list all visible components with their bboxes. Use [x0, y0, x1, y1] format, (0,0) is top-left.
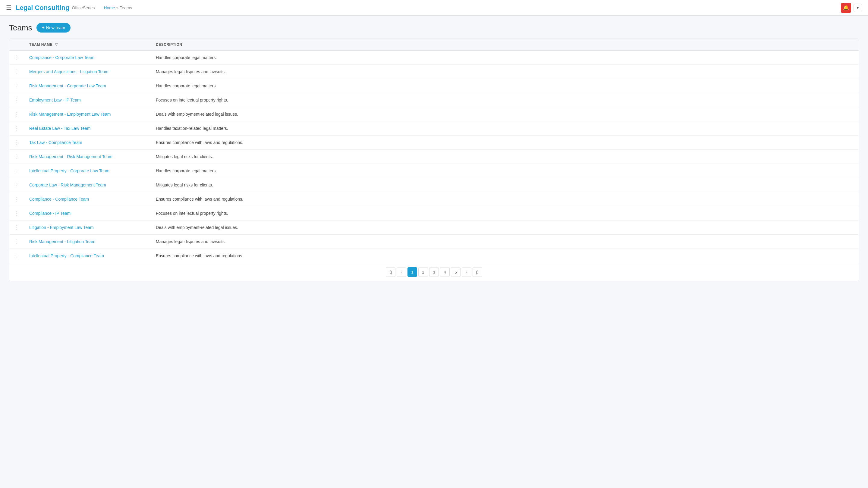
team-name-link[interactable]: Risk Management - Risk Management Team [29, 154, 113, 159]
row-description-cell: Ensures compliance with laws and regulat… [151, 249, 859, 263]
team-name-link[interactable]: Employment Law - IP Team [29, 98, 81, 102]
table-header-row: TEAM NAME ▽ DESCRIPTION [9, 39, 859, 51]
row-description-cell: Mitigates legal risks for clients. [151, 150, 859, 164]
th-description: DESCRIPTION [151, 39, 859, 51]
teams-table: TEAM NAME ▽ DESCRIPTION ⋮Compliance - Co… [9, 39, 859, 263]
team-name-link[interactable]: Risk Management - Employment Law Team [29, 112, 111, 117]
row-actions-cell: ⋮ [9, 135, 24, 150]
table-row: ⋮Intellectual Property - Compliance Team… [9, 249, 859, 263]
table-row: ⋮Mergers and Acquisitions - Litigation T… [9, 65, 859, 79]
table-body: ⋮Compliance - Corporate Law TeamHandles … [9, 51, 859, 263]
table-row: ⋮Risk Management - Corporate Law TeamHan… [9, 79, 859, 93]
row-team-name-cell: Compliance - Corporate Law Team [24, 51, 151, 65]
team-name-link[interactable]: Tax Law - Compliance Team [29, 140, 82, 145]
page-title: Teams [9, 23, 32, 33]
row-team-name-cell: Mergers and Acquisitions - Litigation Te… [24, 65, 151, 79]
team-name-link[interactable]: Corporate Law - Risk Management Team [29, 183, 106, 187]
table-row: ⋮Risk Management - Risk Management TeamM… [9, 150, 859, 164]
pagination-first-button[interactable]: ⟨| [386, 267, 396, 277]
table-row: ⋮Compliance - Corporate Law TeamHandles … [9, 51, 859, 65]
pagination-prev-button[interactable]: ‹ [397, 267, 406, 277]
team-name-link[interactable]: Intellectual Property - Compliance Team [29, 253, 104, 258]
app-suite: OfficeSeries [72, 5, 95, 10]
row-menu-icon[interactable]: ⋮ [14, 196, 20, 202]
row-menu-icon[interactable]: ⋮ [14, 253, 20, 259]
team-name-link[interactable]: Risk Management - Corporate Law Team [29, 84, 106, 88]
row-menu-icon[interactable]: ⋮ [14, 83, 20, 89]
table-row: ⋮Risk Management - Employment Law TeamDe… [9, 107, 859, 121]
user-dropdown-button[interactable]: ▼ [854, 4, 862, 12]
team-name-link[interactable]: Real Estate Law - Tax Law Team [29, 126, 90, 131]
teams-table-container: TEAM NAME ▽ DESCRIPTION ⋮Compliance - Co… [9, 38, 859, 281]
row-description-cell: Ensures compliance with laws and regulat… [151, 192, 859, 206]
table-row: ⋮Corporate Law - Risk Management TeamMit… [9, 178, 859, 192]
th-actions [9, 39, 24, 51]
row-menu-icon[interactable]: ⋮ [14, 238, 20, 245]
row-team-name-cell: Tax Law - Compliance Team [24, 135, 151, 150]
notifications-button[interactable]: 🔔 [841, 3, 851, 13]
row-team-name-cell: Risk Management - Employment Law Team [24, 107, 151, 121]
team-name-link[interactable]: Risk Management - Litigation Team [29, 239, 95, 244]
row-description-cell: Handles corporate legal matters. [151, 79, 859, 93]
row-menu-icon[interactable]: ⋮ [14, 139, 20, 145]
plus-icon: + [42, 25, 44, 30]
row-team-name-cell: Corporate Law - Risk Management Team [24, 178, 151, 192]
row-description-cell: Deals with employment-related legal issu… [151, 107, 859, 121]
pagination-page-4-button[interactable]: 4 [440, 267, 450, 277]
row-team-name-cell: Risk Management - Corporate Law Team [24, 79, 151, 93]
row-menu-icon[interactable]: ⋮ [14, 168, 20, 174]
th-team-name: TEAM NAME ▽ [24, 39, 151, 51]
bell-icon: 🔔 [843, 5, 849, 10]
row-menu-icon[interactable]: ⋮ [14, 182, 20, 188]
team-name-link[interactable]: Compliance - Compliance Team [29, 197, 89, 201]
row-menu-icon[interactable]: ⋮ [14, 224, 20, 230]
row-actions-cell: ⋮ [9, 107, 24, 121]
table-row: ⋮Compliance - Compliance TeamEnsures com… [9, 192, 859, 206]
breadcrumb: Home » Teams [104, 5, 132, 10]
row-menu-icon[interactable]: ⋮ [14, 55, 20, 61]
table-row: ⋮Compliance - IP TeamFocuses on intellec… [9, 206, 859, 221]
row-team-name-cell: Litigation - Employment Law Team [24, 221, 151, 235]
table-row: ⋮Litigation - Employment Law TeamDeals w… [9, 221, 859, 235]
team-name-link[interactable]: Compliance - Corporate Law Team [29, 55, 94, 60]
team-name-link[interactable]: Intellectual Property - Corporate Law Te… [29, 168, 110, 173]
row-actions-cell: ⋮ [9, 235, 24, 249]
pagination-page-2-button[interactable]: 2 [418, 267, 428, 277]
row-menu-icon[interactable]: ⋮ [14, 210, 20, 216]
team-name-link[interactable]: Compliance - IP Team [29, 211, 70, 216]
main-content: Teams + New team TEAM NAME ▽ DESCRIPTION… [0, 16, 868, 289]
pagination-page-1-button[interactable]: 1 [407, 267, 417, 277]
row-actions-cell: ⋮ [9, 192, 24, 206]
row-menu-icon[interactable]: ⋮ [14, 97, 20, 103]
page-title-row: Teams + New team [9, 23, 859, 33]
pagination-page-5-button[interactable]: 5 [451, 267, 461, 277]
new-team-label: New team [46, 25, 65, 30]
row-team-name-cell: Employment Law - IP Team [24, 93, 151, 107]
row-team-name-cell: Intellectual Property - Compliance Team [24, 249, 151, 263]
row-menu-icon[interactable]: ⋮ [14, 154, 20, 160]
breadcrumb-home[interactable]: Home [104, 5, 115, 10]
breadcrumb-sep: » [115, 5, 120, 10]
filter-icon[interactable]: ▽ [55, 42, 58, 47]
row-description-cell: Ensures compliance with laws and regulat… [151, 135, 859, 150]
row-menu-icon[interactable]: ⋮ [14, 125, 20, 131]
row-actions-cell: ⋮ [9, 79, 24, 93]
row-description-cell: Manages legal disputes and lawsuits. [151, 65, 859, 79]
row-team-name-cell: Compliance - IP Team [24, 206, 151, 221]
row-actions-cell: ⋮ [9, 178, 24, 192]
row-team-name-cell: Risk Management - Litigation Team [24, 235, 151, 249]
hamburger-menu-icon[interactable]: ☰ [6, 4, 11, 11]
pagination-next-button[interactable]: › [462, 267, 471, 277]
team-name-link[interactable]: Mergers and Acquisitions - Litigation Te… [29, 69, 108, 74]
table-row: ⋮Risk Management - Litigation TeamManage… [9, 235, 859, 249]
row-description-cell: Handles taxation-related legal matters. [151, 121, 859, 135]
new-team-button[interactable]: + New team [36, 23, 70, 33]
team-name-link[interactable]: Litigation - Employment Law Team [29, 225, 94, 230]
row-menu-icon[interactable]: ⋮ [14, 69, 20, 75]
row-description-cell: Deals with employment-related legal issu… [151, 221, 859, 235]
row-description-cell: Focuses on intellectual property rights. [151, 93, 859, 107]
table-row: ⋮Tax Law - Compliance TeamEnsures compli… [9, 135, 859, 150]
row-menu-icon[interactable]: ⋮ [14, 111, 20, 117]
pagination-page-3-button[interactable]: 3 [429, 267, 439, 277]
pagination-last-button[interactable]: |⟩ [472, 267, 482, 277]
